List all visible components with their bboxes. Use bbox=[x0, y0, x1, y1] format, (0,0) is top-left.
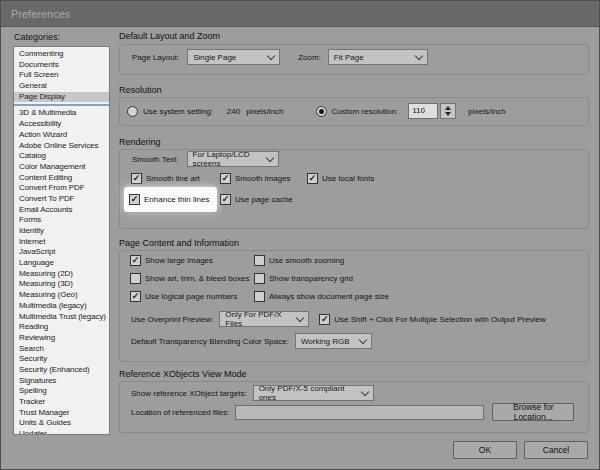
sidebar-item[interactable]: Convert To PDF bbox=[14, 194, 109, 205]
sidebar-item[interactable]: Adobe Online Services bbox=[14, 141, 109, 152]
checkbox-smooth-images[interactable]: ✓ Smooth images bbox=[220, 172, 291, 184]
sidebar-item[interactable]: Action Wizard bbox=[14, 130, 109, 141]
overprint-preview-label: Use Overprint Preview: bbox=[131, 315, 213, 324]
sidebar-item[interactable]: Email Accounts bbox=[14, 205, 109, 216]
sidebar-item[interactable]: 3D & Multimedia bbox=[14, 108, 109, 119]
check-icon: ✓ bbox=[132, 255, 140, 265]
title-bar[interactable]: Preferences bbox=[1, 1, 599, 27]
sidebar-item[interactable]: Reviewing bbox=[14, 333, 109, 344]
spin-down-icon[interactable] bbox=[445, 112, 451, 116]
sidebar-item[interactable]: Security bbox=[14, 354, 109, 365]
sidebar-item[interactable]: General bbox=[14, 81, 109, 92]
checkbox-show-transparency-grid[interactable]: ✓ Show transparency grid bbox=[254, 272, 353, 284]
checkbox-label: Use page cache bbox=[235, 195, 293, 204]
checkbox-icon: ✓ bbox=[254, 255, 265, 266]
radio-custom-resolution[interactable]: Custom resolution: bbox=[316, 106, 399, 117]
browse-for-location-button[interactable]: Browse for Location... bbox=[492, 403, 574, 421]
checkbox-smooth-line-art[interactable]: ✓ Smooth line art bbox=[131, 172, 200, 184]
checkbox-icon: ✓ bbox=[254, 291, 265, 302]
page-layout-label: Page Layout: bbox=[132, 53, 179, 62]
radio-use-system-setting[interactable]: Use system setting: bbox=[127, 106, 213, 117]
sidebar-item[interactable]: Identity bbox=[14, 226, 109, 237]
sidebar-item[interactable]: Full Screen bbox=[14, 70, 109, 81]
checkbox-label: Enhance thin lines bbox=[144, 195, 209, 204]
checkbox-label: Use local fonts bbox=[322, 174, 374, 183]
checkbox-shift-click-multiple-selection[interactable]: ✓ Use Shift + Click For Multiple Selecti… bbox=[319, 313, 545, 325]
checkbox-use-page-cache[interactable]: ✓ Use page cache bbox=[220, 193, 293, 205]
sidebar-item[interactable]: Measuring (Geo) bbox=[14, 290, 109, 301]
check-icon: ✓ bbox=[222, 194, 230, 204]
checkbox-use-logical-page-numbers[interactable]: ✓ Use logical page numbers bbox=[130, 290, 238, 302]
page-layout-select[interactable]: Single Page bbox=[187, 49, 280, 65]
resolution-stepper[interactable] bbox=[440, 103, 456, 119]
sidebar-item[interactable]: Content Editing bbox=[14, 173, 109, 184]
sidebar-item[interactable]: Documents bbox=[14, 60, 109, 71]
zoom-select[interactable]: Fit Page bbox=[328, 49, 428, 65]
check-icon: ✓ bbox=[321, 314, 329, 324]
checkbox-label: Use smooth zooming bbox=[269, 256, 344, 265]
sidebar-item[interactable]: Page Display bbox=[14, 92, 109, 103]
sidebar-item[interactable]: Multimedia Trust (legacy) bbox=[14, 312, 109, 323]
sidebar-item[interactable]: Convert From PDF bbox=[14, 183, 109, 194]
checkbox-icon: ✓ bbox=[130, 273, 141, 284]
checkbox-label: Show art, trim, & bleed boxes bbox=[145, 274, 250, 283]
smooth-text-label: Smooth Text: bbox=[132, 155, 179, 164]
sidebar-item[interactable]: Measuring (2D) bbox=[14, 269, 109, 280]
sidebar-item[interactable]: JavaScript bbox=[14, 247, 109, 258]
spin-up-icon[interactable] bbox=[445, 106, 451, 110]
sidebar-item[interactable]: Tracker bbox=[14, 397, 109, 408]
checkbox-icon: ✓ bbox=[131, 173, 142, 184]
sidebar-item[interactable]: Security (Enhanced) bbox=[14, 365, 109, 376]
sidebar-item[interactable]: Forms bbox=[14, 215, 109, 226]
sidebar-item[interactable]: Multimedia (legacy) bbox=[14, 301, 109, 312]
section-title-xobjects: Reference XObjects View Mode bbox=[119, 369, 246, 379]
checkbox-enhance-thin-lines[interactable]: ✓ Enhance thin lines bbox=[129, 194, 209, 206]
radio-label: Custom resolution: bbox=[332, 107, 399, 116]
checkbox-use-local-fonts[interactable]: ✓ Use local fonts bbox=[307, 172, 374, 184]
sidebar-item[interactable]: Spelling bbox=[14, 386, 109, 397]
sidebar-item[interactable]: Units & Guides bbox=[14, 418, 109, 429]
radio-icon bbox=[127, 106, 138, 117]
blend-color-space-label: Default Transparency Blending Color Spac… bbox=[131, 337, 289, 346]
sidebar-item[interactable]: Search bbox=[14, 344, 109, 355]
page-layout-value: Single Page bbox=[193, 53, 236, 62]
checkbox-label: Always show document page size bbox=[269, 292, 389, 301]
zoom-label: Zoom: bbox=[298, 53, 321, 62]
checkbox-label: Smooth images bbox=[235, 174, 291, 183]
checkbox-icon: ✓ bbox=[254, 273, 265, 284]
sidebar-item[interactable]: Color Management bbox=[14, 162, 109, 173]
checkbox-use-smooth-zooming[interactable]: ✓ Use smooth zooming bbox=[254, 254, 344, 266]
blend-color-space-select[interactable]: Working RGB bbox=[295, 333, 372, 349]
sidebar-item[interactable]: Catalog bbox=[14, 151, 109, 162]
cancel-button[interactable]: Cancel bbox=[524, 441, 588, 459]
chevron-down-icon bbox=[415, 51, 423, 59]
sidebar-item[interactable]: Language bbox=[14, 258, 109, 269]
location-input[interactable] bbox=[235, 405, 484, 420]
overprint-preview-select[interactable]: Only For PDF/X Files bbox=[219, 311, 309, 327]
checkbox-show-art-trim-bleed[interactable]: ✓ Show art, trim, & bleed boxes bbox=[130, 272, 250, 284]
list-separator bbox=[14, 104, 109, 106]
categories-list[interactable]: CommentingDocumentsFull ScreenGeneralPag… bbox=[13, 46, 110, 435]
xobject-targets-select[interactable]: Only PDF/X-5 compliant ones bbox=[253, 385, 374, 401]
checkbox-icon: ✓ bbox=[307, 173, 318, 184]
checkbox-label: Use Shift + Click For Multiple Selection… bbox=[334, 315, 545, 324]
sidebar-item[interactable]: Commenting bbox=[14, 49, 109, 60]
checkbox-show-large-images[interactable]: ✓ Show large images bbox=[130, 254, 213, 266]
section-title-page-content: Page Content and Information bbox=[119, 238, 239, 248]
checkbox-label: Use logical page numbers bbox=[145, 292, 238, 301]
sidebar-item[interactable]: Measuring (3D) bbox=[14, 279, 109, 290]
radio-label: Use system setting: bbox=[143, 107, 213, 116]
chevron-down-icon bbox=[360, 387, 368, 395]
sidebar-item[interactable]: Trust Manager bbox=[14, 408, 109, 419]
sidebar-item[interactable]: Signatures bbox=[14, 376, 109, 387]
checkbox-always-show-page-size[interactable]: ✓ Always show document page size bbox=[254, 290, 389, 302]
smooth-text-select[interactable]: For Laptop/LCD screens bbox=[187, 151, 279, 167]
ok-button[interactable]: OK bbox=[453, 441, 517, 459]
sidebar-item[interactable]: Accessibility bbox=[14, 119, 109, 130]
sidebar-item[interactable]: Updater bbox=[14, 429, 109, 435]
custom-resolution-input[interactable]: 110 bbox=[408, 103, 438, 119]
sidebar-item[interactable]: Reading bbox=[14, 322, 109, 333]
check-icon: ✓ bbox=[133, 173, 141, 183]
sidebar-item[interactable]: Internet bbox=[14, 237, 109, 248]
cancel-button-label: Cancel bbox=[543, 445, 569, 455]
